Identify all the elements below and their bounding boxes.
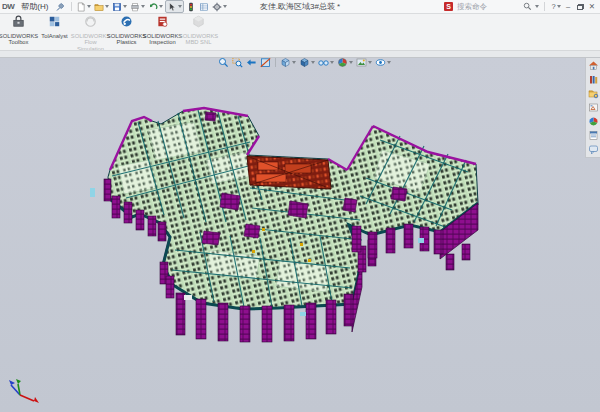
view-settings-icon <box>375 57 386 68</box>
quick-access-toolbar <box>75 0 228 13</box>
window-buttons: ?–✕ <box>550 1 598 12</box>
rebuild-icon <box>186 2 196 12</box>
apply-scene-icon <box>356 57 367 68</box>
display-style-icon <box>299 57 310 68</box>
dropdown-caret[interactable] <box>87 5 91 8</box>
previous-view-icon <box>246 57 257 68</box>
addin-label: SOLIDWORKS Plastics <box>107 33 146 46</box>
dropdown-caret[interactable] <box>178 5 182 8</box>
addin-toolbox-button[interactable]: SOLIDWORKS Toolbox <box>1 14 36 49</box>
addin-flow-simulation-button: SOLIDWORKS Flow Simulation <box>73 14 108 49</box>
dropdown-caret[interactable] <box>387 61 391 64</box>
minimize-button[interactable]: – <box>562 1 574 12</box>
inspection-icon <box>156 14 169 32</box>
view-palette-icon <box>588 102 599 113</box>
options-icon <box>212 2 222 12</box>
titlebar-right: S 搜索命令 ?–✕ <box>444 1 600 12</box>
commandmanager-ribbon: SOLIDWORKS ToolboxTolAnalystSOLIDWORKS F… <box>0 13 600 51</box>
plastics-icon <box>120 14 133 32</box>
close-button[interactable]: ✕ <box>586 1 598 12</box>
forum-button[interactable] <box>588 144 599 155</box>
zoom-to-fit-icon <box>218 57 229 68</box>
search-dropdown-caret[interactable] <box>535 5 539 8</box>
select-icon <box>167 2 177 12</box>
search-input[interactable]: 搜索命令 <box>455 1 521 12</box>
print-button[interactable] <box>129 1 146 13</box>
new-button[interactable] <box>75 1 92 13</box>
addin-label: SOLIDWORKS MBD SNL <box>179 33 218 46</box>
appearances-scenes-icon <box>588 116 599 127</box>
file-explorer-button[interactable] <box>588 88 599 99</box>
tolanalyst-icon <box>48 14 61 32</box>
open-icon <box>94 2 104 12</box>
dropdown-caret[interactable] <box>311 61 315 64</box>
file-explorer-icon <box>588 88 599 99</box>
addin-plastics-button[interactable]: SOLIDWORKS Plastics <box>109 14 144 49</box>
title-bar: DW 帮助(H) 友佳.欧海区域3#总装 * S 搜索命令 ?–✕ <box>0 0 600 14</box>
dropdown-caret[interactable] <box>223 5 227 8</box>
new-icon <box>76 2 86 12</box>
dropdown-caret[interactable] <box>123 5 127 8</box>
zoom-to-area-icon <box>232 57 243 68</box>
solidworks-resources-icon <box>588 60 599 71</box>
search-icon[interactable] <box>523 2 532 11</box>
select-button[interactable] <box>165 0 184 13</box>
solidworks-window: DW 帮助(H) 友佳.欧海区域3#总装 * S 搜索命令 ?–✕ SOLIDW… <box>0 0 600 412</box>
pin-menu-icon[interactable] <box>55 2 65 12</box>
design-library-icon <box>588 74 599 85</box>
stairwell-red-block <box>247 156 331 189</box>
view-orientation-icon <box>280 57 291 68</box>
section-view-icon <box>260 57 271 68</box>
dropdown-caret[interactable] <box>159 5 163 8</box>
solidworks-search-logo-icon: S <box>444 2 453 11</box>
dropdown-caret[interactable] <box>330 61 334 64</box>
restore-button[interactable] <box>574 1 586 12</box>
solidworks-logo: DW <box>0 2 17 11</box>
addin-tolanalyst-button[interactable]: TolAnalyst <box>37 14 72 49</box>
toolbar-separator <box>275 58 276 67</box>
viewport[interactable] <box>0 56 600 412</box>
addin-label: SOLIDWORKS Toolbox <box>0 33 38 46</box>
file-properties-button[interactable] <box>198 1 210 13</box>
design-library-button[interactable] <box>588 74 599 85</box>
help-button[interactable]: ? <box>550 1 562 12</box>
flow-simulation-icon <box>84 14 97 32</box>
dropdown-caret[interactable] <box>349 61 353 64</box>
addin-mbd-button: SOLIDWORKS MBD SNL <box>181 14 216 49</box>
save-button[interactable] <box>111 1 128 13</box>
options-button[interactable] <box>211 1 228 13</box>
model-3d-view[interactable] <box>0 56 600 412</box>
appearances-scenes-button[interactable] <box>588 116 599 127</box>
toolbox-icon <box>12 14 25 32</box>
save-icon <box>112 2 122 12</box>
file-properties-icon <box>199 2 209 12</box>
print-icon <box>130 2 140 12</box>
solidworks-resources-button[interactable] <box>588 60 599 71</box>
undo-button[interactable] <box>147 1 164 13</box>
commandmanager-tab-strip[interactable] <box>0 50 600 58</box>
toolbar-separator <box>544 2 545 11</box>
dropdown-caret[interactable] <box>292 61 296 64</box>
dropdown-caret[interactable] <box>141 5 145 8</box>
rebuild-button[interactable] <box>185 1 197 13</box>
custom-properties-button[interactable] <box>588 130 599 141</box>
addin-label: TolAnalyst <box>41 33 67 39</box>
mbd-icon <box>192 14 205 32</box>
dropdown-caret[interactable] <box>368 61 372 64</box>
edit-appearance-icon <box>337 57 348 68</box>
toolbar-separator <box>71 2 72 11</box>
addin-inspection-button[interactable]: SOLIDWORKS Inspection <box>145 14 180 49</box>
addin-label: SOLIDWORKS Inspection <box>143 33 182 46</box>
dropdown-caret[interactable] <box>105 5 109 8</box>
view-palette-button[interactable] <box>588 102 599 113</box>
forum-icon <box>588 144 599 155</box>
open-button[interactable] <box>93 1 110 13</box>
restore-icon <box>577 4 584 10</box>
menu-help[interactable]: 帮助(H) <box>17 1 52 12</box>
coordinate-triad <box>4 368 48 404</box>
hide-show-items-icon <box>318 57 329 68</box>
search-placeholder: 搜索命令 <box>457 2 487 12</box>
undo-icon <box>148 2 158 12</box>
task-pane-toolbar <box>585 57 600 158</box>
custom-properties-icon <box>588 130 599 141</box>
